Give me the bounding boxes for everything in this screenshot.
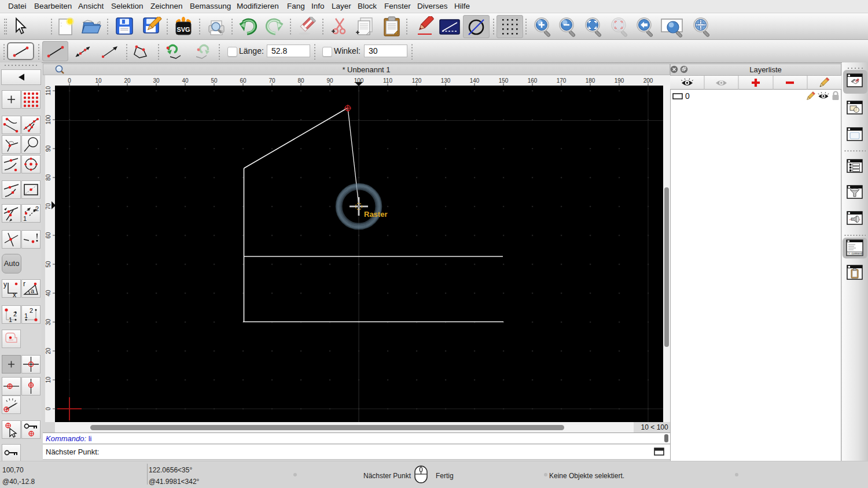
svg-text:190: 190: [615, 77, 624, 84]
svg-text:> command: > command: [848, 252, 863, 255]
svg-text:r: r: [23, 280, 25, 288]
svg-text:0: 0: [45, 407, 52, 411]
svg-text:110: 110: [45, 86, 52, 95]
svg-text:160: 160: [528, 77, 538, 84]
svg-text:70: 70: [45, 203, 52, 210]
svg-text:2: 2: [13, 310, 17, 317]
svg-text:1: 1: [24, 312, 28, 319]
svg-text:20: 20: [45, 347, 52, 354]
svg-text:50: 50: [45, 261, 52, 268]
svg-text:Raster: Raster: [364, 210, 387, 219]
svg-text:40: 40: [182, 77, 189, 84]
svg-text:1: 1: [9, 316, 12, 323]
svg-text:170: 170: [557, 77, 567, 84]
svg-text:60: 60: [240, 77, 247, 84]
svg-text:140: 140: [470, 77, 480, 84]
svg-text:60: 60: [45, 232, 52, 239]
svg-text:30: 30: [45, 319, 52, 326]
svg-text:20: 20: [124, 77, 131, 84]
svg-text:a: a: [31, 287, 35, 294]
svg-text:2: 2: [35, 205, 39, 212]
svg-text:130: 130: [441, 77, 451, 84]
svg-text:2: 2: [30, 307, 33, 314]
svg-text:180: 180: [586, 77, 595, 84]
svg-text:110: 110: [383, 77, 392, 84]
svg-text:30: 30: [153, 77, 160, 84]
svg-text:120: 120: [412, 77, 422, 84]
svg-text:x: x: [13, 291, 16, 298]
svg-text:80: 80: [45, 174, 52, 181]
svg-text:0: 0: [68, 77, 71, 84]
svg-text:200: 200: [643, 77, 653, 84]
svg-text:50: 50: [211, 77, 218, 84]
svg-text:10: 10: [45, 376, 52, 383]
svg-text:1: 1: [23, 215, 27, 222]
svg-text:80: 80: [297, 77, 304, 84]
svg-text:SVG: SVG: [176, 26, 190, 33]
svg-text:70: 70: [269, 77, 275, 84]
svg-text:0: 0: [685, 91, 690, 101]
svg-text:90: 90: [45, 145, 52, 152]
svg-text:10: 10: [95, 77, 102, 84]
svg-text:Layerliste: Layerliste: [749, 65, 782, 74]
svg-text:150: 150: [499, 77, 509, 84]
svg-text:y: y: [3, 280, 7, 289]
svg-text:90: 90: [326, 77, 333, 84]
svg-text:40: 40: [45, 290, 52, 297]
svg-text:100: 100: [45, 114, 52, 124]
